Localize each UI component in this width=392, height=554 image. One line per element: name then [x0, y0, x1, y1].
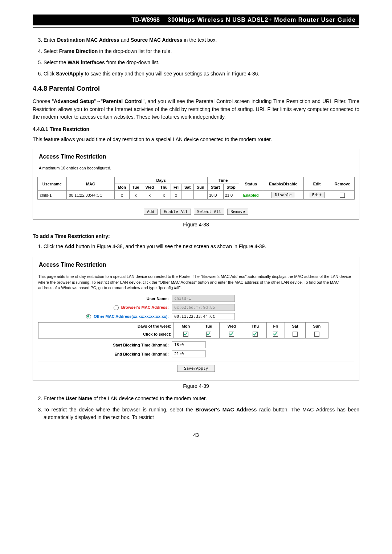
col-status: Status — [239, 177, 263, 191]
col-enabledisable: Enable/Disable — [263, 177, 303, 191]
figure-4-38: Access Time Restriction A maximum 16 ent… — [33, 149, 359, 219]
col-username: Username — [38, 177, 67, 191]
username-label: User Name: — [38, 296, 172, 301]
add-entry-heading: To add a Time Restriction entry: — [33, 233, 359, 239]
wed-checkbox[interactable] — [229, 332, 234, 337]
col-edit: Edit — [303, 177, 330, 191]
bottom-step-2: Enter the User Name of the LAN device co… — [44, 395, 359, 402]
col-days: Days — [115, 177, 208, 184]
header-underline — [33, 27, 359, 28]
remove-button[interactable]: Remove — [227, 209, 248, 215]
fig38-button-row: Add Enable All Select All Remove — [33, 205, 359, 219]
col-mac: MAC — [66, 177, 115, 191]
days-of-week-label: Days of the week: — [38, 323, 174, 330]
mon-checkbox[interactable] — [183, 332, 188, 337]
section-para: Choose "Advanced Setup"→"Parental Contro… — [33, 98, 359, 121]
end-blocking-label: End Blocking Time (hh:mm): — [38, 352, 172, 356]
days-table: Days of the week: Mon Tue Wed Thu Fri Sa… — [38, 322, 328, 338]
bottom-step-3: To restrict the device where the browser… — [44, 406, 359, 421]
figure-4-39: Access Time Restriction This page adits … — [33, 257, 359, 381]
start-blocking-label: Start Blocking Time (hh:mm): — [38, 343, 172, 347]
fig39-title: Access Time Restriction — [33, 257, 359, 271]
start-blocking-input[interactable]: 18:0 — [172, 341, 206, 348]
step-5: Select the WAN interfaces from the drop-… — [44, 59, 359, 66]
step-6: Click Save/Apply to save this entry and … — [44, 70, 359, 78]
select-all-button[interactable]: Select All — [194, 209, 224, 215]
tue-checkbox[interactable] — [206, 332, 211, 337]
fig38-title: Access Time Restriction — [33, 149, 359, 163]
browser-mac-label: Browser's MAC Address: — [38, 305, 172, 310]
cell-status: Enabled — [239, 191, 263, 200]
step-4: Select Frame Direction in the drop-down … — [44, 48, 359, 55]
fri-checkbox[interactable] — [273, 332, 278, 337]
cell-username: child-1 — [38, 191, 67, 200]
subsection-heading: 4.4.8.1 Time Restriction — [33, 126, 359, 132]
remove-checkbox[interactable] — [340, 193, 345, 198]
col-remove: Remove — [330, 177, 355, 191]
end-blocking-input[interactable]: 21:0 — [172, 350, 206, 357]
cell-mac: 00:11:22:33:44:CC — [66, 191, 115, 200]
browser-mac-radio[interactable] — [114, 305, 119, 310]
subsection-para: This feature allows you add time of day … — [33, 136, 359, 144]
fig38-caption: Figure 4-38 — [33, 222, 359, 227]
other-mac-input[interactable]: 00:11:22:33:44:CC — [172, 313, 235, 320]
header-model: TD-W8968 — [131, 17, 159, 23]
username-input[interactable]: child-1 — [172, 295, 235, 302]
add-step-1: Click the Add button in Figure 4-38, and… — [44, 243, 359, 250]
fig38-subtitle: A maximum 16 entries can beconfigured. — [33, 163, 359, 175]
step-3: Enter Destination MAC Address and Source… — [44, 36, 359, 44]
fig38-table: Username MAC Days Time Status Enable/Dis… — [37, 177, 355, 200]
top-ordered-list: Enter Destination MAC Address and Source… — [33, 36, 359, 78]
page-number: 43 — [33, 432, 359, 438]
table-row: child-1 00:11:22:33:44:CC x x x x x 18:0… — [38, 191, 355, 200]
section-heading: 4.4.8 Parental Control — [33, 85, 359, 93]
other-mac-label: Other MAC Address(xx:xx:xx:xx:xx:xx): — [38, 314, 172, 319]
edit-button[interactable]: Edit — [309, 192, 325, 198]
header-title: 300Mbps Wireless N USB ADSL2+ Modem Rout… — [168, 17, 356, 23]
browser-mac-input[interactable]: 6c:62:6d:f7:9d:85 — [172, 304, 235, 311]
sun-checkbox[interactable] — [314, 332, 319, 337]
enable-all-button[interactable]: Enable All — [160, 209, 191, 215]
sat-checkbox[interactable] — [293, 332, 298, 337]
doc-header: TD-W8968 300Mbps Wireless N USB ADSL2+ M… — [33, 15, 359, 25]
col-time: Time — [207, 177, 239, 184]
fig39-desc: This page adits time of day restriction … — [38, 274, 354, 291]
fig39-caption: Figure 4-39 — [33, 383, 359, 389]
click-to-select-label: Click to select: — [38, 330, 174, 338]
save-apply-button[interactable]: Save/Apply — [177, 365, 215, 372]
bottom-ordered-list: Enter the User Name of the LAN device co… — [33, 395, 359, 421]
add-entry-list: Click the Add button in Figure 4-38, and… — [33, 243, 359, 250]
thu-checkbox[interactable] — [253, 332, 258, 337]
disable-button[interactable]: Disable — [271, 192, 295, 198]
add-button[interactable]: Add — [144, 209, 158, 215]
other-mac-radio[interactable] — [86, 314, 91, 319]
